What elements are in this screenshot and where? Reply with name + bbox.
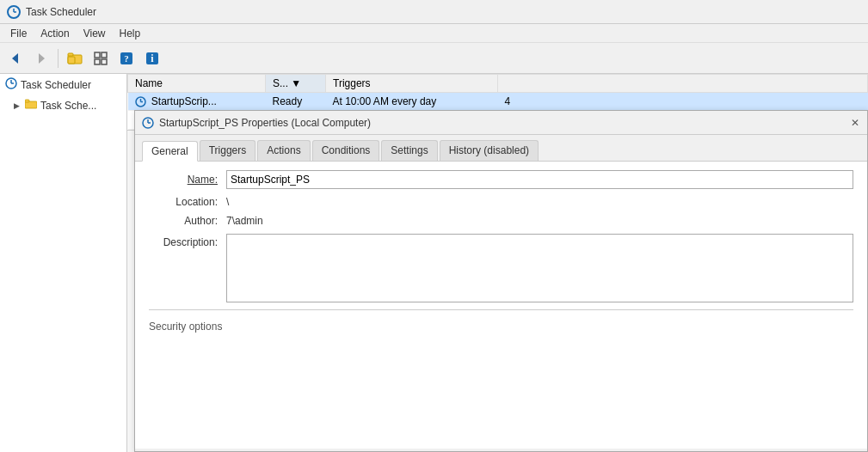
author-value: 7\admin (226, 215, 853, 227)
col-status[interactable]: S... ▼ (266, 75, 326, 93)
sidebar-item-taskscheduler[interactable]: Task Scheduler (0, 74, 126, 95)
svg-rect-20 (25, 100, 29, 102)
tab-history[interactable]: History (disabled) (440, 140, 539, 161)
properties-dialog: StartupScript_PS Properties (Local Compu… (134, 110, 868, 452)
security-options-title: Security options (149, 317, 853, 334)
toolbar: ? i (0, 43, 868, 74)
app-title: Task Scheduler (26, 6, 96, 18)
svg-text:?: ? (124, 53, 129, 64)
row-status: Ready (266, 93, 326, 111)
help-button[interactable]: ? (114, 46, 139, 70)
form-row-description: Description: (149, 234, 853, 302)
tab-triggers[interactable]: Triggers (200, 140, 256, 161)
svg-rect-8 (95, 52, 100, 58)
location-label: Location: (149, 196, 226, 208)
dialog-content: Name: Location: \ Author: 7\admin Descri… (135, 162, 867, 449)
col-extra[interactable] (498, 75, 868, 93)
tab-general[interactable]: General (142, 141, 198, 162)
sidebar-item-label-2: Task Sche... (40, 100, 96, 112)
row-name: StartupScrip... (128, 93, 266, 111)
svg-rect-10 (95, 59, 100, 64)
description-textarea[interactable] (226, 234, 853, 302)
svg-marker-3 (12, 53, 18, 64)
dialog-title-bar: StartupScript_PS Properties (Local Compu… (135, 111, 867, 135)
dialog-title: StartupScript_PS Properties (Local Compu… (159, 117, 860, 129)
title-bar: Task Scheduler (0, 0, 868, 24)
sidebar-item-tasksche[interactable]: ▶ Task Sche... (0, 95, 126, 115)
table-row[interactable]: StartupScrip... Ready At 10:00 AM every … (128, 93, 868, 111)
main-layout: Task Scheduler ▶ Task Sche... Name (0, 74, 868, 452)
tab-conditions[interactable]: Conditions (312, 140, 380, 161)
row-triggers: At 10:00 AM every day (326, 93, 498, 111)
svg-rect-6 (68, 57, 75, 64)
col-triggers[interactable]: Triggers (326, 75, 498, 93)
toolbar-separator-1 (58, 49, 58, 68)
svg-rect-9 (102, 52, 107, 58)
app-icon (7, 5, 21, 19)
tab-actions[interactable]: Actions (257, 140, 310, 161)
form-row-location: Location: \ (149, 196, 853, 208)
menu-view[interactable]: View (77, 26, 113, 41)
tab-settings[interactable]: Settings (381, 140, 437, 161)
menu-help[interactable]: Help (113, 26, 148, 41)
form-row-author: Author: 7\admin (149, 215, 853, 227)
forward-button[interactable] (29, 46, 53, 70)
svg-rect-11 (102, 59, 107, 64)
description-label: Description: (149, 236, 226, 248)
location-value: \ (226, 196, 853, 208)
menu-bar: File Action View Help (0, 24, 868, 43)
tabs-bar: General Triggers Actions Conditions Sett… (135, 135, 867, 162)
content-area: Name S... ▼ Triggers (127, 74, 868, 452)
back-button[interactable] (3, 46, 28, 70)
info-button[interactable]: i (140, 46, 164, 70)
svg-marker-4 (39, 53, 45, 64)
form-row-name: Name: (149, 170, 853, 189)
name-label: Name: (149, 174, 226, 186)
row-extra: 4 (498, 93, 868, 111)
sidebar: Task Scheduler ▶ Task Sche... (0, 74, 127, 452)
menu-file[interactable]: File (3, 26, 34, 41)
dialog-clock-icon (142, 116, 159, 129)
menu-action[interactable]: Action (34, 26, 76, 41)
section-divider (149, 309, 853, 310)
sidebar-item-label-1: Task Scheduler (21, 79, 91, 91)
chevron-right-icon: ▶ (14, 101, 20, 110)
grid-button[interactable] (89, 46, 113, 70)
folder-icon-sidebar (23, 99, 37, 112)
dialog-close-button[interactable]: ✕ (846, 114, 864, 131)
clock-icon-sidebar (5, 77, 17, 92)
col-name[interactable]: Name (128, 75, 266, 93)
clock-icon-row1 (135, 95, 151, 107)
name-input[interactable] (226, 170, 853, 189)
svg-rect-7 (68, 53, 73, 56)
open-folder-button[interactable] (63, 46, 87, 70)
sort-indicator: ▼ (291, 77, 301, 89)
author-label: Author: (149, 215, 226, 227)
